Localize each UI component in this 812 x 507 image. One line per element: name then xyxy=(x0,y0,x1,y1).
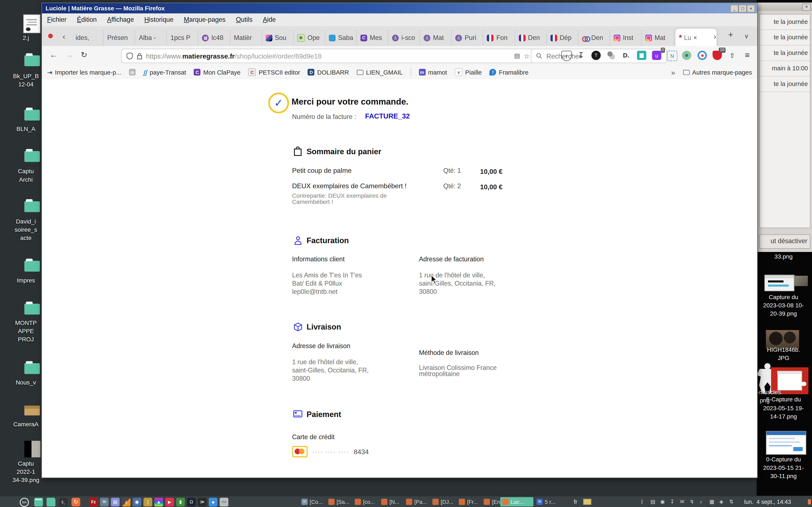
screenshot-thumbnail[interactable] xyxy=(764,275,795,291)
chevrons-launcher-icon[interactable]: ≫ xyxy=(198,498,207,506)
pocket-shield-icon[interactable]: ∨ xyxy=(561,51,572,61)
photo-thumbnail[interactable] xyxy=(795,276,808,286)
taskbar-window[interactable]: ✉5 r... xyxy=(535,497,557,506)
taskbar-window[interactable]: ✉[Co... xyxy=(299,497,325,506)
minimize-button[interactable]: _ xyxy=(730,5,739,12)
taskbar-window[interactable]: [Sa... xyxy=(326,497,351,506)
show-desktop-icon[interactable] xyxy=(34,498,43,506)
terminal-launcher-icon[interactable]: $_ xyxy=(59,498,68,506)
dialog-titlebar[interactable]: × xyxy=(757,3,812,11)
menu-affichage[interactable]: Affichage xyxy=(102,13,139,26)
audio-launcher-icon[interactable]: Ω xyxy=(187,498,196,506)
bookmark-mon-clapaye[interactable]: CMon ClaPaye xyxy=(194,68,241,76)
hamburger-menu-icon[interactable]: ≡ xyxy=(743,51,752,60)
bluetooth-tray-icon[interactable]: ᛒ xyxy=(641,496,644,507)
calculator-launcher-icon[interactable]: ± xyxy=(122,498,131,506)
menu-aide[interactable]: Aide xyxy=(258,13,281,26)
list-item[interactable]: te la journée xyxy=(760,76,810,92)
extension-t-icon[interactable]: T xyxy=(592,51,601,60)
tab[interactable]: ides, xyxy=(72,30,103,45)
other-bookmarks[interactable]: Autres marque-pages xyxy=(683,68,752,76)
taskbar-window-active[interactable]: Luc... xyxy=(500,497,534,506)
tab[interactable]: ♙Mat xyxy=(419,30,451,45)
record-tray-icon[interactable]: ◉ xyxy=(660,496,665,507)
media-launcher-icon[interactable]: ▶ xyxy=(165,498,174,506)
extension-d-icon[interactable]: D. xyxy=(621,51,631,60)
maximize-button[interactable]: □ xyxy=(739,5,747,12)
extension-save-icon[interactable] xyxy=(637,51,646,60)
tab[interactable]: ♙Puri xyxy=(451,30,483,45)
extension-shield-red-icon[interactable]: 16 xyxy=(713,51,722,60)
volume-tray-icon[interactable]: ♪ xyxy=(700,496,702,507)
list-item[interactable]: main à 10:00 xyxy=(760,61,810,76)
taskbar-window[interactable]: [Fr... xyxy=(457,497,480,506)
keyboard-layout-indicator[interactable]: fr xyxy=(574,496,577,507)
taskbar-window[interactable]: [Pa... xyxy=(404,497,429,506)
extension-green-icon[interactable] xyxy=(682,51,691,60)
download-tray-icon[interactable]: ↧ xyxy=(670,496,674,507)
tab[interactable]: Ope xyxy=(293,30,325,45)
menu-outils[interactable]: Outils xyxy=(231,13,258,26)
tab[interactable]: Présen xyxy=(103,30,135,45)
back-icon[interactable]: ← xyxy=(50,50,57,59)
list-all-tabs-icon[interactable]: ∨ xyxy=(744,33,749,40)
extension-blue-ring-icon[interactable] xyxy=(698,51,707,60)
menu-marque-pages[interactable]: Marque-pages xyxy=(179,13,231,26)
pinned-tab-dot-icon[interactable] xyxy=(48,34,53,38)
tab[interactable]: Fon xyxy=(483,30,514,45)
corner-notification-icon[interactable] xyxy=(808,499,811,504)
mint-menu-button[interactable]: lm xyxy=(20,498,29,507)
color-picker-launcher-icon[interactable]: ▲ xyxy=(154,498,163,506)
network-tray-icon[interactable]: ▦ xyxy=(709,496,714,507)
close-tab-icon[interactable]: × xyxy=(693,34,697,41)
extension-purple-icon[interactable]: u0 xyxy=(652,51,661,60)
scroll-tabs-left-icon[interactable]: ‹ xyxy=(63,33,65,40)
tab[interactable]: ♙i-sco xyxy=(388,30,420,45)
close-icon[interactable]: × xyxy=(802,4,811,11)
tab[interactable]: Mat xyxy=(641,30,673,45)
vpn-tray-icon[interactable]: ◈ xyxy=(719,496,723,507)
power-tray-icon[interactable]: ↯ xyxy=(690,496,694,507)
menu-historique[interactable]: Historique xyxy=(139,13,179,26)
clock[interactable]: lun. 4 sept., 14:43 xyxy=(744,496,791,507)
tab[interactable]: Inst xyxy=(609,30,641,45)
lock-icon[interactable] xyxy=(137,53,143,59)
bookmark-mamot[interactable]: mmamot xyxy=(419,68,447,76)
firefox-launcher-icon[interactable]: ↻ xyxy=(71,498,80,506)
list-item[interactable]: te la journée xyxy=(760,14,810,30)
tab[interactable]: Matièr xyxy=(230,30,261,45)
new-tab-icon[interactable]: + xyxy=(728,31,733,39)
url-bar[interactable]: https://www.matieregrasse.fr/shop/luciol… xyxy=(121,49,535,63)
bookmark-dolibarr[interactable]: DDOLIBARR xyxy=(308,68,349,76)
bookmarks-overflow-icon[interactable]: » xyxy=(671,68,675,76)
window-titlebar[interactable]: Luciole | Matière Grasse — Mozilla Firef… xyxy=(42,3,757,13)
green-bottle-launcher-icon[interactable]: ▮ xyxy=(176,498,185,506)
taskbar-window[interactable]: [DJ... xyxy=(430,497,455,506)
disable-all-button[interactable]: ut désactiver xyxy=(759,234,810,249)
extension-n-icon[interactable]: N xyxy=(667,51,677,61)
shield-icon[interactable] xyxy=(126,52,133,59)
tab[interactable]: Dép xyxy=(546,30,578,45)
mail-tray-icon[interactable]: ✉ xyxy=(680,496,684,507)
extension-spheres-icon[interactable] xyxy=(606,51,616,60)
screenshot-thumbnail[interactable] xyxy=(766,431,806,455)
filezilla-launcher-icon[interactable]: Fz xyxy=(89,498,98,506)
close-button[interactable]: × xyxy=(747,5,755,12)
bookmark-ae[interactable]: æ xyxy=(129,69,136,76)
downloads-icon[interactable]: ↧ xyxy=(576,51,586,60)
blue-drop-launcher-icon[interactable]: ● xyxy=(209,498,217,506)
bookmark-petscii[interactable]: CPETSCII editor xyxy=(248,68,300,76)
like-hand-icon[interactable]: ⇧ xyxy=(728,51,737,60)
xxx-launcher-icon[interactable]: xxx xyxy=(219,498,229,506)
gold-tool-launcher-icon[interactable]: ʃ xyxy=(143,498,152,506)
reload-icon[interactable]: ↻ xyxy=(81,50,87,60)
taskbar-window[interactable]: [N... xyxy=(379,497,402,506)
bookmark-lien-gmail[interactable]: LIEN_GMAIL xyxy=(357,68,403,76)
menu-fichier[interactable]: Fichier xyxy=(42,13,72,26)
tab[interactable]: ▦lc48 xyxy=(198,30,230,45)
updates-tray-icon[interactable]: ⇅ xyxy=(729,496,733,507)
clipboard-tray-icon[interactable]: ▤ xyxy=(651,496,655,507)
bookmark-framalibre[interactable]: fFramalibre xyxy=(490,68,529,76)
document-launcher-icon[interactable]: ▤ xyxy=(111,498,120,506)
bookmark-piaille[interactable]: vPiaille xyxy=(455,68,482,76)
